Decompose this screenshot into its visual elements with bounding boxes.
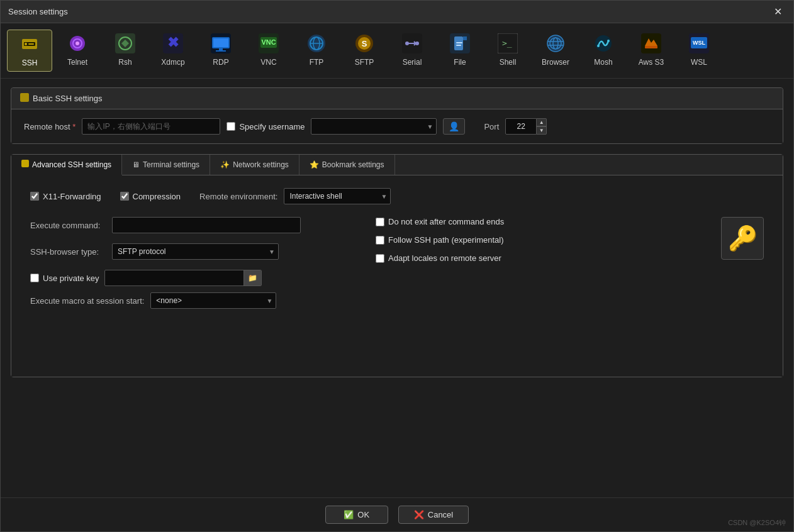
svg-point-3 (25, 43, 27, 45)
protocol-item-file[interactable]: File (437, 30, 483, 72)
remote-env-row: Remote environment: Interactive shell Cu… (199, 188, 391, 204)
rsh-icon (115, 33, 135, 57)
protocol-item-sftp[interactable]: S SFTP (342, 30, 387, 72)
specify-username-checkbox[interactable] (226, 122, 235, 131)
follow-ssh-path-group: Follow SSH path (experimental) (376, 235, 696, 245)
tab-bookmark[interactable]: ⭐ Bookmark settings (299, 155, 395, 175)
protocol-item-browser[interactable]: Browser (533, 30, 578, 72)
protocol-label-rsh: Rsh (118, 58, 131, 67)
tab-network[interactable]: ✨ Network settings (210, 155, 299, 175)
do-not-exit-checkbox[interactable] (376, 218, 384, 226)
close-button[interactable]: ✕ (770, 4, 786, 19)
username-select[interactable] (311, 118, 437, 135)
port-decrement-button[interactable]: ▼ (537, 126, 547, 135)
tab-terminal[interactable]: 🖥 Terminal settings (122, 155, 210, 175)
protocol-item-mosh[interactable]: Mosh (581, 30, 626, 72)
xdmcp-icon: ✖ (163, 33, 183, 57)
protocol-item-shell[interactable]: >_ Shell (485, 30, 530, 72)
compression-checkbox[interactable] (120, 192, 129, 201)
protocol-bar: SSH Telnet Rsh ✖ Xdmcp RD (1, 23, 793, 79)
private-key-browse-button[interactable]: 📁 (243, 270, 261, 286)
protocol-label-rdp: RDP (213, 58, 228, 67)
svg-rect-35 (456, 45, 461, 46)
user-button[interactable]: 👤 (443, 118, 465, 135)
watermark: CSDN @K2SO4钟 (728, 518, 786, 528)
adapt-locales-group: Adapt locales on remote server (376, 253, 696, 263)
svg-rect-33 (463, 36, 467, 40)
svg-point-29 (415, 42, 419, 45)
protocol-label-serial: Serial (403, 58, 422, 67)
username-dropdown-wrap: ▼ (311, 118, 437, 135)
protocol-item-aws-s3[interactable]: Aws S3 (629, 30, 674, 72)
remote-env-dropdown-wrap: Interactive shell Custom command None ▼ (284, 188, 391, 204)
rdp-icon (211, 33, 231, 57)
browser-icon (545, 33, 566, 57)
protocol-label-file: File (454, 58, 466, 67)
session-settings-dialog: Session settings ✕ SSH Telnet Rsh (0, 0, 794, 532)
execute-macro-select[interactable]: <none> (150, 292, 276, 309)
protocol-item-wsl[interactable]: WSL WSL (676, 30, 722, 72)
execute-macro-label: Execute macro at session start: (30, 296, 144, 306)
svg-point-45 (607, 40, 610, 42)
remote-env-select[interactable]: Interactive shell Custom command None (284, 188, 391, 204)
protocol-item-telnet[interactable]: Telnet (55, 30, 100, 72)
svg-rect-51 (20, 93, 29, 102)
tab-advanced-ssh-icon (21, 160, 29, 169)
protocol-label-xdmcp: Xdmcp (161, 58, 184, 67)
key-icon-box: 🔑 (721, 217, 764, 260)
file-icon (450, 33, 470, 57)
main-content: Basic SSH settings Remote host * Specify… (1, 79, 793, 497)
x11-forwarding-group: X11-Forwarding (30, 192, 101, 201)
protocol-item-ssh[interactable]: SSH (7, 30, 52, 72)
protocol-item-rsh[interactable]: Rsh (103, 30, 148, 72)
cancel-button[interactable]: ❌ Cancel (398, 506, 469, 524)
ftp-icon (306, 33, 327, 57)
tab-bookmark-icon: ⭐ (310, 160, 319, 169)
port-label: Port (484, 122, 499, 131)
protocol-item-ftp[interactable]: FTP (294, 30, 339, 72)
remote-host-row: Remote host * Specify username ▼ (24, 118, 770, 135)
shell-icon: >_ (498, 33, 518, 57)
protocol-label-wsl: WSL (691, 58, 707, 67)
tab-terminal-icon: 🖥 (132, 160, 140, 169)
protocol-label-sftp: SFTP (355, 58, 374, 67)
port-input[interactable]: 22 (505, 118, 537, 135)
protocol-item-rdp[interactable]: RDP (198, 30, 243, 72)
title-bar: Session settings ✕ (1, 1, 793, 23)
execute-command-label: Execute command: (30, 221, 106, 230)
vnc-icon: VNC (259, 33, 279, 57)
svg-text:VNC: VNC (261, 38, 276, 46)
execute-command-row: Execute command: (30, 217, 350, 233)
svg-rect-4 (28, 43, 34, 45)
top-options-row: X11-Forwarding Compression Remote enviro… (30, 188, 764, 204)
ssh-browser-dropdown-wrap: SFTP protocol SCP protocol None ▼ (112, 243, 279, 260)
protocol-item-xdmcp[interactable]: ✖ Xdmcp (150, 30, 196, 72)
advanced-tabs-container: Advanced SSH settings 🖥 Terminal setting… (11, 154, 783, 377)
follow-ssh-path-checkbox[interactable] (376, 236, 384, 245)
dialog-title: Session settings (8, 7, 68, 16)
settings-left-col: Execute command: SSH-browser type: SFTP … (30, 217, 350, 286)
port-increment-button[interactable]: ▲ (537, 118, 547, 126)
protocol-item-vnc[interactable]: VNC VNC (246, 30, 291, 72)
tab-advanced-ssh[interactable]: Advanced SSH settings (11, 155, 122, 175)
protocol-label-browser: Browser (542, 58, 569, 67)
x11-forwarding-checkbox[interactable] (30, 192, 39, 201)
specify-username-label: Specify username (226, 122, 305, 131)
svg-point-7 (75, 42, 79, 45)
use-private-key-checkbox[interactable] (30, 274, 39, 282)
ssh-browser-type-select[interactable]: SFTP protocol SCP protocol None (112, 243, 279, 260)
ok-button[interactable]: ✅ OK (325, 506, 388, 524)
private-key-path-input[interactable] (105, 274, 243, 282)
protocol-label-telnet: Telnet (67, 58, 87, 67)
execute-command-input[interactable] (112, 217, 301, 233)
svg-rect-52 (21, 160, 29, 167)
svg-rect-16 (216, 50, 226, 52)
adapt-locales-checkbox[interactable] (376, 254, 384, 263)
tab-network-icon: ✨ (220, 160, 230, 169)
key-icon: 🔑 (728, 224, 758, 252)
svg-point-44 (597, 45, 600, 47)
use-private-key-group: Use private key (30, 274, 99, 283)
basic-ssh-header: Basic SSH settings (11, 88, 783, 109)
remote-host-input[interactable] (82, 118, 220, 135)
protocol-item-serial[interactable]: Serial (389, 30, 435, 72)
